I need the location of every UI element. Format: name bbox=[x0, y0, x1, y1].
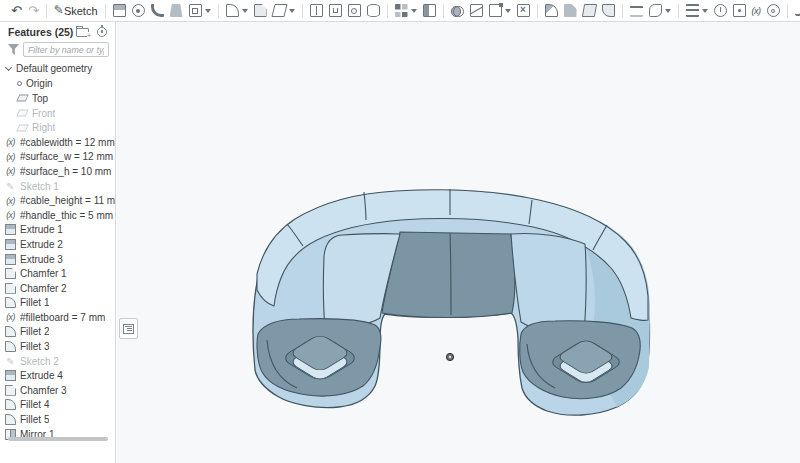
pencil-icon: ✎ bbox=[54, 4, 64, 17]
extrude-button[interactable] bbox=[110, 1, 128, 21]
feature-fillet-1[interactable]: Fillet 1 bbox=[0, 296, 115, 311]
toolbar-separator bbox=[105, 4, 106, 18]
model-right-column-face[interactable] bbox=[511, 233, 586, 334]
feature-fillet-3[interactable]: Fillet 3 bbox=[0, 339, 115, 354]
feature-variable-filletboard[interactable]: (x) #filletboard = 7 mm bbox=[0, 310, 115, 325]
feature-list-horizontal-scrollbar[interactable] bbox=[8, 437, 108, 441]
offset-surface-button[interactable] bbox=[627, 1, 645, 21]
delete-face-button[interactable] bbox=[561, 1, 579, 21]
move-face-button[interactable] bbox=[580, 1, 598, 21]
hole-button[interactable] bbox=[345, 1, 363, 21]
sketch-button[interactable]: ✎ Sketch bbox=[51, 1, 100, 21]
feature-variable-surface-h[interactable]: (x) #surface_h = 10 mm bbox=[0, 164, 115, 179]
fillet-icon bbox=[5, 297, 16, 308]
toolbar-separator bbox=[678, 4, 679, 18]
tree-item-right-plane[interactable]: Right bbox=[0, 120, 115, 135]
delete-part-button[interactable] bbox=[514, 1, 532, 21]
tree-item-front-plane[interactable]: Front bbox=[0, 106, 115, 121]
dropdown-caret-icon[interactable] bbox=[289, 9, 295, 13]
linear-pattern-button[interactable] bbox=[392, 1, 419, 21]
feature-extrude-4[interactable]: Extrude 4 bbox=[0, 368, 115, 383]
sweep-button[interactable] bbox=[148, 1, 166, 21]
feature-extrude-1[interactable]: Extrude 1 bbox=[0, 223, 115, 238]
split-button[interactable] bbox=[467, 1, 485, 21]
dropdown-caret-icon[interactable] bbox=[242, 9, 248, 13]
rib-button[interactable] bbox=[307, 1, 325, 21]
loft-button[interactable] bbox=[167, 1, 185, 21]
tree-item-top-plane[interactable]: Top bbox=[0, 91, 115, 106]
dropdown-caret-icon[interactable] bbox=[505, 9, 511, 13]
transform-icon bbox=[489, 4, 502, 17]
tree-group-default-geometry[interactable]: Default geometry bbox=[0, 61, 115, 76]
toolbar-separator bbox=[46, 4, 47, 18]
origin-icon bbox=[17, 81, 22, 86]
part-studio-3d-view[interactable] bbox=[117, 22, 800, 463]
revolve-button[interactable] bbox=[129, 1, 147, 21]
curve-menu-button[interactable] bbox=[792, 1, 800, 21]
regeneration-time-icon[interactable] bbox=[97, 27, 107, 37]
extrude-icon bbox=[113, 4, 126, 17]
toolbar-separator bbox=[787, 4, 788, 18]
filter-funnel-icon bbox=[8, 44, 19, 55]
feature-variable-cable-height[interactable]: (x) #cable_height = 11 mm bbox=[0, 193, 115, 208]
split-icon bbox=[470, 4, 483, 17]
feature-chamfer-1[interactable]: Chamfer 1 bbox=[0, 266, 115, 281]
frame-button[interactable] bbox=[683, 1, 710, 21]
feature-variable-cablewidth[interactable]: (x) #cablewidth = 12 mm bbox=[0, 135, 115, 150]
fill-surface-button[interactable] bbox=[646, 1, 673, 21]
fillet-button[interactable] bbox=[223, 1, 250, 21]
redo-button[interactable]: ↷ bbox=[25, 1, 41, 21]
dropdown-caret-icon[interactable] bbox=[702, 9, 708, 13]
boolean-icon bbox=[451, 4, 464, 17]
origin-point[interactable] bbox=[446, 353, 453, 360]
thicken-button[interactable] bbox=[186, 1, 213, 21]
toolbar-separator bbox=[218, 4, 219, 18]
feature-list-toggle-button[interactable] bbox=[119, 318, 138, 339]
feature-fillet-5[interactable]: Fillet 5 bbox=[0, 412, 115, 427]
undo-button[interactable]: ↶ bbox=[9, 1, 25, 21]
feature-extrude-2[interactable]: Extrude 2 bbox=[0, 237, 115, 252]
modify-fillet-icon bbox=[545, 4, 558, 17]
transform-button[interactable] bbox=[486, 1, 513, 21]
dropdown-caret-icon[interactable] bbox=[205, 9, 211, 13]
variable-studio-button[interactable] bbox=[764, 1, 782, 21]
feature-extrude-3[interactable]: Extrude 3 bbox=[0, 252, 115, 267]
chamfer-button[interactable] bbox=[251, 1, 269, 21]
variable-button[interactable]: (x) bbox=[749, 1, 763, 21]
feature-chamfer-3[interactable]: Chamfer 3 bbox=[0, 383, 115, 398]
boolean-button[interactable] bbox=[448, 1, 466, 21]
feature-fillet-4[interactable]: Fillet 4 bbox=[0, 398, 115, 413]
dropdown-caret-icon[interactable] bbox=[411, 9, 417, 13]
modify-fillet-button[interactable] bbox=[542, 1, 560, 21]
chevron-down-icon[interactable] bbox=[5, 64, 12, 71]
point-icon bbox=[733, 4, 746, 17]
feature-sketch-1[interactable]: ✎ Sketch 1 bbox=[0, 179, 115, 194]
plane-icon bbox=[16, 95, 28, 102]
feature-filter-input[interactable] bbox=[23, 42, 109, 57]
cable-holder-model[interactable] bbox=[253, 189, 650, 415]
feature-chamfer-2[interactable]: Chamfer 2 bbox=[0, 281, 115, 296]
fillet-icon bbox=[5, 414, 16, 425]
point-button[interactable] bbox=[730, 1, 748, 21]
model-inner-faces[interactable] bbox=[382, 232, 515, 318]
draft-button[interactable] bbox=[270, 1, 297, 21]
redo-icon: ↷ bbox=[28, 4, 39, 17]
tree-item-origin[interactable]: Origin bbox=[0, 77, 115, 92]
feature-filter-row bbox=[0, 41, 115, 61]
feature-sketch-2[interactable]: ✎ Sketch 2 bbox=[0, 354, 115, 369]
feature-variable-surface-w[interactable]: (x) #surface_w = 12 mm bbox=[0, 150, 115, 165]
replace-face-button[interactable] bbox=[599, 1, 617, 21]
model-viewport[interactable] bbox=[117, 22, 800, 463]
chamfer-icon bbox=[5, 283, 16, 294]
mirror-button[interactable] bbox=[420, 1, 438, 21]
dropdown-caret-icon[interactable] bbox=[665, 9, 671, 13]
shell-button[interactable] bbox=[326, 1, 344, 21]
plane-icon bbox=[16, 110, 28, 117]
feature-fillet-2[interactable]: Fillet 2 bbox=[0, 325, 115, 340]
toolbar-separator bbox=[537, 4, 538, 18]
feature-variable-handle-thic[interactable]: (x) #handle_thic = 5 mm bbox=[0, 208, 115, 223]
frame-icon bbox=[686, 4, 699, 17]
thread-button[interactable] bbox=[364, 1, 382, 21]
new-folder-icon[interactable] bbox=[76, 28, 89, 37]
helix-button[interactable] bbox=[711, 1, 729, 21]
